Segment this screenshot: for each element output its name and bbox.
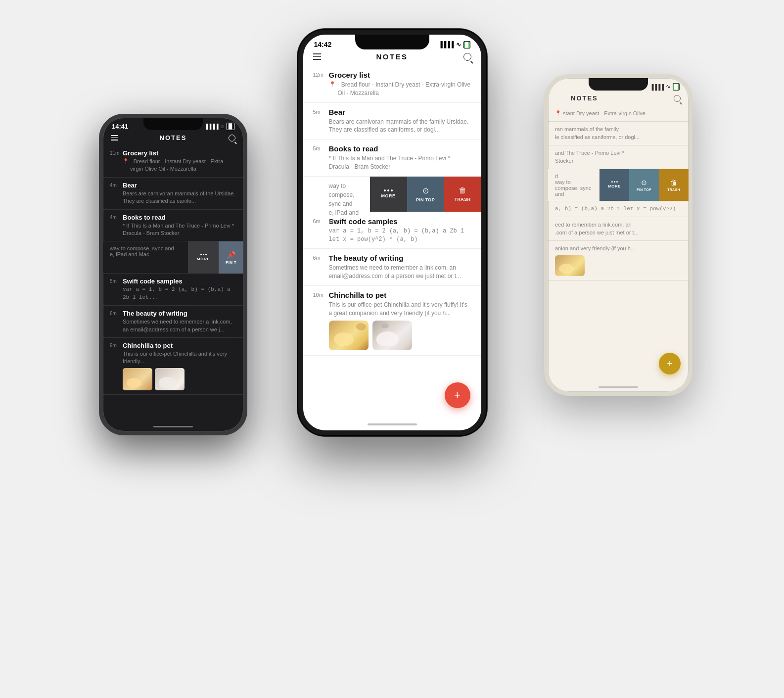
nav-title-right: NOTES	[571, 94, 598, 102]
nav-bar-left: NOTES	[103, 132, 243, 145]
note-item[interactable]: eed to remember a link.com, an.com of a …	[548, 217, 689, 241]
thumb-chinchilla-1	[329, 321, 369, 350]
signal-icon-right: ▐▐▐▐	[650, 84, 663, 90]
thumb-chinchilla-2	[372, 321, 412, 350]
note-title: Bear	[123, 182, 236, 189]
note-time: 5m	[313, 145, 329, 151]
note-images	[123, 368, 236, 390]
action-pin-center[interactable]: ⊙ PIN TOP	[407, 177, 444, 212]
notch-center	[355, 35, 429, 49]
pin-icon-right: ⊙	[641, 179, 647, 186]
action-pin-label-center: PIN TOP	[416, 197, 435, 202]
note-item[interactable]: 11m Grocery list 📍 - Bread flour - Insta…	[103, 145, 243, 178]
location-icon: 📍	[123, 158, 129, 164]
note-item[interactable]: 10m Chinchilla to pet This is our office…	[303, 286, 481, 356]
note-title: Grocery list	[123, 149, 236, 157]
note-time: 5m	[313, 109, 329, 115]
note-item[interactable]: 4m Books to read * If This Is a Man and …	[103, 210, 243, 242]
time-center: 14:42	[314, 41, 332, 48]
note-item[interactable]: 4m Bear Bears are carnivoran mammals of …	[103, 178, 243, 210]
note-item[interactable]: 5m Swift code samples var a = 1, b = 2 (…	[103, 274, 243, 306]
location-icon-right: 📍	[555, 110, 561, 116]
note-preview: Bears are carnivoran mammals of the Ursi…	[123, 190, 236, 205]
note-time: 11m	[110, 150, 123, 156]
swipe-text-right2: way to compose, sync and	[555, 179, 593, 197]
note-list-center: 12m Grocery list 📍 - Bread flour - Insta…	[303, 66, 481, 356]
phone-right: ▐▐▐▐ ∿ ▉ NOTES 📍 stant Dry yeast - Extra…	[544, 74, 692, 396]
swipe-preview2: e, iPad and Mac	[110, 251, 181, 257]
swipe-text: way to compose, sync ande, iPad and Mac	[329, 182, 360, 226]
fab-icon-right: +	[667, 359, 673, 369]
note-time: 10m	[313, 292, 329, 298]
note-time: 4m	[110, 215, 123, 220]
note-item[interactable]: 📍 stant Dry yeast - Extra-virgin Olive	[548, 106, 689, 122]
action-more-right[interactable]: MORE	[600, 169, 629, 201]
bottom-bar-center	[368, 423, 417, 425]
note-preview: This is our office-pet Chinchilla and it…	[329, 301, 471, 318]
nav-bar-right: NOTES	[548, 93, 689, 106]
note-title: Bear	[329, 108, 471, 116]
action-more-label-right: MORE	[608, 184, 620, 188]
battery-icon-left: ▉	[227, 123, 234, 130]
note-item[interactable]: 9m Chinchilla to pet This is our office-…	[103, 338, 243, 395]
action-pin-button[interactable]: 📌 PIN T	[219, 241, 243, 274]
action-pin-label-right: PIN TOP	[637, 188, 651, 191]
battery-icon-center: ▉	[463, 41, 470, 48]
action-trash-center[interactable]: 🗑 TRASH	[444, 177, 481, 212]
fab-icon-center: +	[454, 390, 461, 401]
action-more-button[interactable]: MORE	[188, 241, 219, 274]
signal-icon-center: ▐▐▐▐	[438, 41, 453, 48]
wifi-icon-right: ∿	[666, 84, 670, 90]
note-title: The beauty of writing	[329, 254, 471, 262]
bottom-bar-left	[153, 426, 193, 427]
action-trash-right[interactable]: 🗑 TRASH	[659, 169, 689, 201]
action-more-center[interactable]: MORE	[370, 177, 407, 212]
swipe-text-right: d	[555, 173, 593, 179]
phone-center: 14:42 ▐▐▐▐ ∿ ▉ NOTES 12m	[298, 30, 486, 435]
nav-title-left: NOTES	[160, 134, 187, 141]
note-item[interactable]: 5m Bear Bears are carnivoran mammals of …	[303, 103, 481, 140]
location-icon-center: 📍	[329, 81, 336, 88]
note-preview: * If This Is a Man and The Truce - Primo…	[329, 154, 471, 171]
note-list-right: 📍 stant Dry yeast - Extra-virgin Olive r…	[548, 106, 689, 280]
action-pin-right[interactable]: ⊙ PIN TOP	[629, 169, 659, 201]
note-title: Swift code samples	[123, 278, 236, 285]
wifi-icon-left: ≡	[221, 124, 224, 130]
search-icon-center[interactable]	[463, 53, 471, 61]
trash-icon-right: 🗑	[670, 179, 677, 186]
note-item[interactable]: 5m Books to read * If This Is a Man and …	[303, 140, 481, 177]
note-preview: anion and very friendly (if you h...	[555, 245, 682, 252]
pin-icon-center: ⊙	[422, 186, 429, 195]
note-images-right	[555, 255, 682, 276]
note-item[interactable]: a, b) = (b,a) a 2b 1 let x = pow(y^2)	[548, 201, 689, 217]
notch-left	[143, 118, 203, 130]
note-item[interactable]: 12m Grocery list 📍 - Bread flour - Insta…	[303, 66, 481, 103]
note-preview: Sometimes we need to remember a link.com…	[329, 264, 471, 280]
note-time: 6m	[313, 218, 329, 224]
note-thumb-2	[155, 368, 184, 390]
note-item[interactable]: ran mammals of the familyle classified a…	[548, 122, 689, 145]
note-list-left: 11m Grocery list 📍 - Bread flour - Insta…	[103, 145, 243, 395]
search-icon-right[interactable]	[674, 95, 681, 102]
action-more-label-center: MORE	[381, 193, 396, 198]
menu-icon-center[interactable]	[313, 53, 321, 60]
note-item[interactable]: anion and very friendly (if you h...	[548, 241, 689, 280]
battery-icon-right: ▉	[673, 83, 680, 91]
note-title: Chinchilla to pet	[329, 291, 471, 299]
note-item[interactable]: 6m The beauty of writing Sometimes we ne…	[103, 306, 243, 338]
note-title: Books to read	[123, 214, 236, 221]
fab-button-center[interactable]: +	[445, 382, 470, 408]
swipe-action-row-right: d way to compose, sync and MORE ⊙ PIN TO…	[548, 169, 689, 201]
notch-right	[589, 78, 648, 91]
note-preview: - Bread flour - Instant Dry yeast - Extr…	[130, 158, 236, 173]
fab-button-right[interactable]: +	[659, 353, 681, 374]
search-icon-left[interactable]	[229, 135, 235, 141]
note-item[interactable]: and The Truce - Primo Levi *Stocker	[548, 145, 689, 169]
note-item[interactable]: 6m The beauty of writing Sometimes we ne…	[303, 249, 481, 286]
action-more-label: MORE	[197, 257, 210, 261]
signal-icon-left: ▐▐▐▐	[204, 124, 218, 129]
note-preview: var a = 1, b = 2 (a, b) = (b,a) a 2b 1 l…	[123, 286, 236, 301]
note-preview: a, b) = (b,a) a 2b 1 let x = pow(y^2)	[555, 205, 682, 213]
menu-icon-left[interactable]	[111, 135, 118, 140]
note-thumb-1	[123, 368, 152, 390]
